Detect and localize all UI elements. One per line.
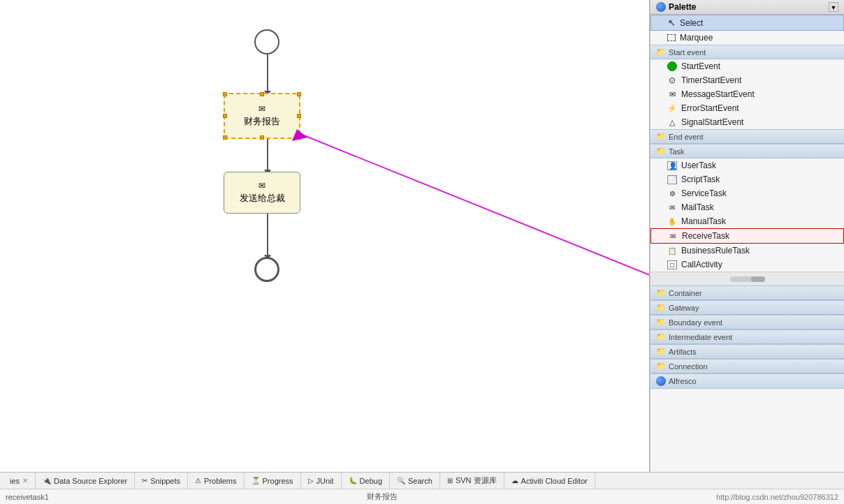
tab-progress-label: Progress [263,477,293,485]
folder-icon-start: 📁 [656,47,666,57]
section-end-event[interactable]: 📁 End event [650,129,844,144]
section-connection-label: Connection [669,362,708,371]
main-container: ✉ 财务报告 ✉ 发送给总裁 [0,0,844,504]
signal-start-icon: △ [667,118,677,127]
flow-arrow-2 [267,139,268,172]
section-gateway[interactable]: 📁 Gateway [650,300,844,315]
search-icon: 🔍 [397,477,405,484]
timer-start-icon: ⊙ [667,75,677,85]
envelope-icon-1: ✉ [259,104,265,114]
palette-header: Palette ▼ [650,0,844,15]
timer-start-label: TimerStartEvent [681,75,741,85]
tab-problems-label: Problems [204,477,236,485]
palette-marquee-item[interactable]: Marquee [650,31,844,45]
tab-ies[interactable]: ies ✕ [3,473,36,489]
palette-message-start[interactable]: ✉ MessageStartEvent [650,87,844,101]
section-task[interactable]: 📁 Task [650,144,844,158]
tab-svn[interactable]: ⊞ SVN 资源库 [440,473,504,489]
message-start-label: MessageStartEvent [681,89,755,99]
manual-task-icon: ✋ [667,218,677,225]
canvas[interactable]: ✉ 财务报告 ✉ 发送给总裁 [0,0,650,472]
call-activity-label: CallActivity [681,260,722,269]
bottom-tabs-bar: ies ✕ 🔌 Data Source Explorer ✂ Snippets … [0,472,844,489]
tab-debug[interactable]: 🐛 Debug [342,473,390,489]
tab-activiti-label: Activiti Cloud Editor [521,477,588,485]
script-task-icon: 📄 [667,175,677,184]
section-gateway-label: Gateway [669,304,699,312]
tab-debug-label: Debug [360,477,382,485]
tab-snippets[interactable]: ✂ Snippets [135,473,188,489]
section-boundary-event[interactable]: 📁 Boundary event [650,315,844,329]
folder-icon-end: 📁 [656,132,666,141]
palette-service-task[interactable]: ⚙ ServiceTask [650,186,844,200]
tab-activiti[interactable]: ☁ Activiti Cloud Editor [504,473,595,489]
section-artifacts[interactable]: 📁 Artifacts [650,344,844,359]
palette-script-task[interactable]: 📄 ScriptTask [650,172,844,186]
svn-icon: ⊞ [447,477,453,484]
tab-problems[interactable]: ⚠ Problems [188,473,244,489]
palette-receive-task[interactable]: ✉ ReceiveTask [650,228,844,244]
task-id-label: receivetask1 [6,493,49,501]
tab-junit[interactable]: ▷ JUnit [301,473,342,489]
end-event-node[interactable] [254,257,279,282]
palette-error-start[interactable]: ⚡ ErrorStartEvent [650,101,844,115]
palette-call-activity[interactable]: □ CallActivity [650,258,844,272]
message-start-icon: ✉ [667,90,677,99]
debug-icon: 🐛 [349,477,357,484]
tab-data-source[interactable]: 🔌 Data Source Explorer [36,473,135,489]
receive-task-label: ReceiveTask [682,231,729,241]
user-task-icon: 👤 [667,161,677,170]
tab-search[interactable]: 🔍 Search [390,473,440,489]
section-intermediate-event[interactable]: 📁 Intermediate event [650,329,844,344]
folder-icon-intermediate: 📁 [656,332,666,341]
handle-se[interactable] [297,135,301,140]
palette-collapse-btn[interactable]: ▼ [829,2,838,12]
activiti-icon: ☁ [511,477,518,484]
tab-progress[interactable]: ⏳ Progress [245,473,301,489]
palette-select-item[interactable]: ↖ Select [650,15,844,31]
handle-ne[interactable] [297,92,301,96]
section-start-event[interactable]: 📁 Start event [650,45,844,59]
tab-ies-close[interactable]: ✕ [22,477,28,484]
error-start-label: ErrorStartEvent [681,103,739,113]
palette-mail-task[interactable]: ✉ MailTask [650,200,844,214]
section-connection[interactable]: 📁 Connection [650,359,844,373]
user-task-label: UserTask [681,161,716,170]
flow-arrow-3 [267,214,268,257]
section-alfresco[interactable]: Alfresco [650,373,844,389]
marquee-icon [667,34,676,41]
handle-e[interactable] [297,114,301,118]
palette-timer-start[interactable]: ⊙ TimerStartEvent [650,73,844,87]
section-alfresco-label: Alfresco [669,377,697,385]
handle-s[interactable] [260,135,264,140]
palette-signal-start[interactable]: △ SignalStartEvent [650,115,844,129]
error-start-icon: ⚡ [667,104,677,113]
task2-label: 发送给总裁 [240,192,285,205]
alfresco-icon [656,376,666,386]
handle-w[interactable] [223,114,227,118]
start-event-node[interactable] [254,29,279,54]
section-artifacts-label: Artifacts [669,348,697,356]
progress-icon: ⏳ [252,477,260,484]
scrollbar[interactable] [730,276,765,282]
flow-arrow-1 [267,54,268,93]
handle-sw[interactable] [223,135,227,140]
receive-task-1[interactable]: ✉ 财务报告 [224,93,300,139]
folder-icon-container: 📁 [656,288,666,297]
handle-nw[interactable] [223,92,227,96]
svg-line-0 [300,134,650,275]
status-bar: receivetask1 财务报告 http://blog.csdn.net/z… [0,489,844,504]
palette-start-event[interactable]: StartEvent [650,59,844,73]
receive-task-2[interactable]: ✉ 发送给总裁 [224,172,300,214]
palette-user-task[interactable]: 👤 UserTask [650,158,844,172]
handle-n[interactable] [260,92,264,96]
section-container[interactable]: 📁 Container [650,286,844,300]
section-boundary-label: Boundary event [669,318,722,327]
problems-icon: ⚠ [195,477,201,484]
tab-svn-label: SVN 资源库 [456,475,497,486]
junit-icon: ▷ [308,477,314,484]
receive-task-icon: ✉ [668,232,678,240]
palette-manual-task[interactable]: ✋ ManualTask [650,214,844,228]
palette-icon [656,2,666,12]
palette-business-rule-task[interactable]: 📋 BusinessRuleTask [650,244,844,258]
